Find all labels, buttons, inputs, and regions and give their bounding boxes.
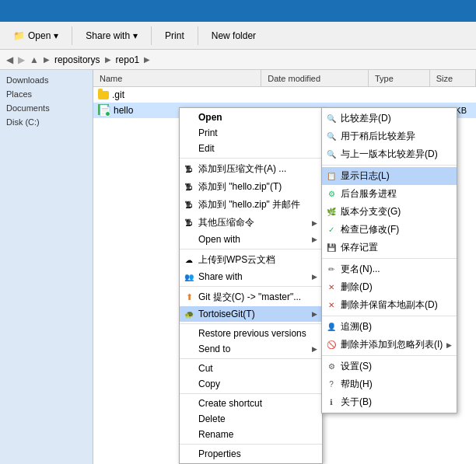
nav-forward-icon[interactable]: ▶ — [18, 54, 25, 65]
delete-d-icon: ✕ — [325, 281, 338, 294]
col-header-date[interactable]: Date modified — [261, 70, 369, 86]
open-button[interactable]: 📁 Open ▾ — [6, 26, 65, 45]
menu-branch[interactable]: 🌿 版本分支变(G) — [322, 203, 457, 221]
copy-icon — [183, 378, 195, 390]
new-folder-label: New folder — [212, 30, 256, 41]
menu-delete-ignore[interactable]: 🚫 删除并添加到忽略列表(I) — [322, 336, 457, 354]
menu-print[interactable]: Print — [180, 125, 322, 141]
menu-delete[interactable]: Delete — [180, 411, 322, 427]
menu-show-log[interactable]: 📋 显示日志(L) — [322, 167, 457, 185]
menu-create-shortcut[interactable]: Create shortcut — [180, 396, 322, 411]
menu-add-hello-zip[interactable]: 🗜 添加到 "hello.zip"(T) — [180, 178, 322, 196]
menu-rename-n[interactable]: ✏ 更名(N)... — [322, 260, 457, 278]
file-row-git[interactable]: .git — [93, 87, 476, 103]
menu-delete-keep-local[interactable]: ✕ 删除并保留本地副本(D) — [322, 296, 457, 314]
print-label: Print — [165, 30, 184, 41]
log-icon: 📋 — [325, 170, 338, 183]
git-commit-icon: ⬆ — [183, 291, 195, 304]
save-place-icon: 💾 — [325, 242, 338, 254]
menu-restore-previous[interactable]: Restore previous versions — [180, 326, 322, 341]
cloud-icon: ☁ — [183, 254, 195, 267]
about-icon: ℹ — [325, 396, 338, 409]
right-sep-3 — [322, 316, 457, 316]
file-name-hello: hello — [114, 105, 133, 116]
menu-share-with[interactable]: 👥 Share with — [180, 269, 322, 284]
cut-icon — [183, 362, 195, 375]
open-dropdown-arrow[interactable]: ▾ — [54, 30, 58, 41]
diff-prev-icon: 🔍 — [325, 148, 338, 161]
zip-icon-2: 🗜 — [183, 181, 195, 194]
new-folder-button[interactable]: New folder — [205, 26, 263, 45]
zip-icon-1: 🗜 — [183, 163, 195, 176]
file-list: Name Date modified Type Size .git 📄 hell… — [93, 70, 476, 464]
sidebar-item-places[interactable]: Places — [0, 87, 93, 101]
menu-other-compress[interactable]: 🗜 其他压缩命令 — [180, 214, 322, 232]
menu-help[interactable]: ? 帮助(H) — [322, 375, 457, 393]
print-button[interactable]: Print — [158, 26, 191, 45]
menu-check-modified[interactable]: ✓ 检查已修改(F) — [322, 221, 457, 239]
diff-icon: 🔍 — [325, 113, 338, 125]
toolbar-separator-2 — [151, 26, 152, 45]
sidebar-item-disk-c[interactable]: Disk (C:) — [0, 115, 93, 129]
properties-icon — [183, 448, 195, 460]
sidebar-item-downloads[interactable]: Downloads — [0, 73, 93, 87]
breadcrumb-part-1[interactable]: repositorys — [54, 54, 100, 65]
menu-sep-4 — [180, 323, 322, 324]
toolbar-separator-3 — [198, 26, 198, 45]
sidebar-item-documents[interactable]: Documents — [0, 101, 93, 115]
toolbar: 📁 Open ▾ Share with ▾ Print New folder — [0, 22, 476, 50]
open-icon — [183, 111, 195, 124]
folder-icon-small: 📁 — [13, 30, 25, 41]
col-header-type[interactable]: Type — [369, 70, 430, 86]
share-dropdown-arrow[interactable]: ▾ — [133, 30, 138, 41]
menu-add-zip[interactable]: 🗜 添加到压缩文件(A) ... — [180, 160, 322, 178]
breadcrumb-arrow-1: ▶ — [105, 55, 111, 64]
col-header-name[interactable]: Name — [93, 70, 261, 86]
menu-blame[interactable]: 👤 追溯(B) — [322, 318, 457, 336]
col-header-size[interactable]: Size — [430, 70, 476, 86]
menu-tortoisegit[interactable]: 🐢 TortoiseGit(T) — [180, 306, 322, 322]
share-label: Share with — [86, 30, 130, 41]
file-name-git: .git — [112, 89, 124, 100]
menu-edit[interactable]: Edit — [180, 141, 322, 156]
nav-back-icon[interactable]: ◀ — [6, 54, 13, 65]
menu-properties[interactable]: Properties — [180, 446, 322, 462]
menu-delete-d[interactable]: ✕ 删除(D) — [322, 278, 457, 296]
menu-send-to[interactable]: Send to — [180, 341, 322, 357]
menu-open-with[interactable]: Open with — [180, 232, 322, 247]
branch-icon: 🌿 — [325, 206, 338, 218]
menu-rename[interactable]: Rename — [180, 427, 322, 442]
menu-save-place[interactable]: 💾 保存记置 — [322, 239, 457, 256]
tortoise-icon: 🐢 — [183, 308, 195, 320]
right-sep-4 — [322, 355, 457, 356]
main-area: Downloads Places Documents Disk (C:) Nam… — [0, 70, 476, 464]
title-bar — [0, 0, 476, 22]
share-icon: 👥 — [183, 270, 195, 283]
breadcrumb-arrow-2: ▶ — [144, 55, 150, 64]
menu-copy[interactable]: Copy — [180, 376, 322, 392]
menu-diff[interactable]: 🔍 比较差异(D) — [322, 110, 457, 127]
sidebar: Downloads Places Documents Disk (C:) — [0, 70, 93, 464]
blame-icon: 👤 — [325, 321, 338, 333]
menu-about[interactable]: ℹ 关于(B) — [322, 393, 457, 411]
nav-up-icon[interactable]: ▲ — [30, 54, 39, 65]
help-icon: ? — [325, 379, 338, 391]
menu-settings[interactable]: ⚙ 设置(S) — [322, 358, 457, 375]
breadcrumb-repo1: repo1 — [116, 54, 140, 65]
menu-git-commit[interactable]: ⬆ Git 提交(C) -> "master"... — [180, 288, 322, 306]
menu-bg-process[interactable]: ⚙ 后台服务进程 — [322, 185, 457, 203]
diff-later-icon: 🔍 — [325, 131, 338, 143]
context-menu-right: 🔍 比较差异(D) 🔍 用于稍后比较差异 🔍 与上一版本比较差异(D) 📋 显示… — [321, 107, 457, 413]
share-button[interactable]: Share with ▾ — [79, 26, 145, 45]
restore-icon — [183, 327, 195, 340]
menu-cut[interactable]: Cut — [180, 361, 322, 376]
menu-upload-wps[interactable]: ☁ 上传到WPS云文档 — [180, 251, 322, 269]
menu-diff-later[interactable]: 🔍 用于稍后比较差异 — [322, 127, 457, 145]
menu-open[interactable]: Open — [180, 110, 322, 125]
git-status-icon: 📄 — [98, 104, 110, 117]
breadcrumb-part-2[interactable]: repo1 — [116, 54, 140, 65]
settings-icon: ⚙ — [325, 361, 338, 373]
menu-add-hello-zip-email[interactable]: 🗜 添加到 "hello.zip" 并邮件 — [180, 196, 322, 214]
menu-sep-6 — [180, 393, 322, 394]
menu-diff-prev[interactable]: 🔍 与上一版本比较差异(D) — [322, 145, 457, 163]
